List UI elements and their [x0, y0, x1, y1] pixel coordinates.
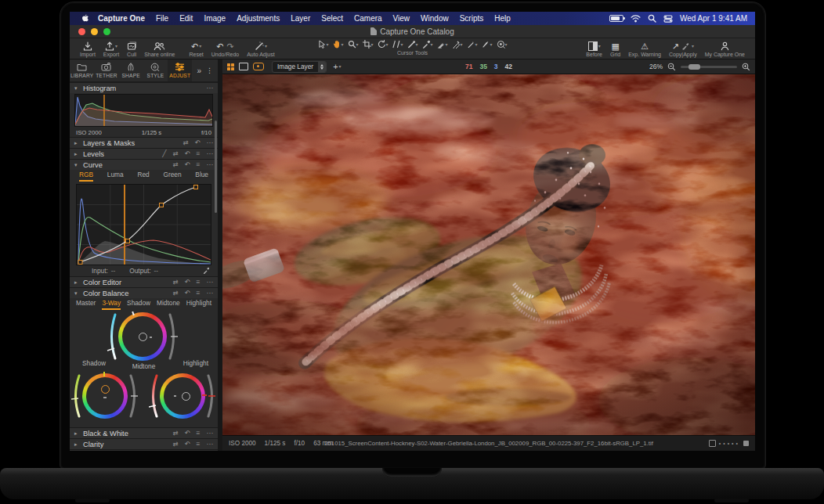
menu-bar-clock[interactable]: Wed Apr 1 9:41 AM — [680, 14, 747, 23]
dehaze-panel-header[interactable]: ▸ Dehaze ⇄ ↶ ⋯ — [70, 449, 218, 451]
zoom-slider[interactable] — [681, 66, 737, 68]
pick-icon[interactable]: ╱ — [162, 150, 166, 157]
more-icon[interactable]: ⋯ — [207, 161, 214, 168]
zoom-slider-thumb[interactable] — [688, 64, 700, 70]
rating-dots[interactable]: ••••• — [719, 441, 740, 446]
clarity-panel-header[interactable]: ▸ Clarity ⇄ ↶ ≡ ⋯ — [70, 438, 218, 449]
tab-adjust[interactable]: ADJUST — [168, 59, 192, 81]
copy-adjustments-icon[interactable]: ⇄ — [172, 279, 178, 286]
shadow-wheel[interactable] — [71, 373, 139, 419]
sidebar-scrollbar[interactable] — [215, 121, 217, 213]
collapse-chevron-icon[interactable]: ▾ — [74, 290, 80, 296]
color-balance-panel-header[interactable]: ▾ Color Balance ⇄ ↶ ≡ ⋯ — [70, 287, 218, 298]
tab-tether[interactable]: TETHER — [94, 59, 118, 81]
midtone-balance-indicator[interactable] — [139, 333, 147, 341]
cursor-tool-magic-brush[interactable]: ▾ — [495, 39, 509, 49]
exposure-warning-button[interactable]: ⚠ Exp. Warning — [624, 41, 665, 57]
cursor-tool-straighten[interactable]: ▾ — [390, 39, 404, 49]
copy-adjustments-icon[interactable]: ⇄ — [172, 441, 178, 448]
curve-eyedropper-icon[interactable] — [203, 267, 210, 275]
control-center-icon[interactable] — [663, 15, 673, 23]
layer-select[interactable]: Image Layer — [272, 61, 327, 73]
menu-adjustments[interactable]: Adjustments — [231, 14, 285, 23]
presets-icon[interactable]: ≡ — [197, 150, 201, 157]
menu-edit[interactable]: Edit — [174, 14, 198, 23]
curve-tab-luma[interactable]: Luma — [107, 171, 124, 182]
photo-canvas[interactable] — [222, 74, 755, 435]
histogram-graph[interactable] — [74, 94, 213, 127]
menu-scripts[interactable]: Scripts — [454, 14, 490, 23]
menu-camera[interactable]: Camera — [349, 14, 388, 23]
menu-select[interactable]: Select — [316, 14, 349, 23]
close-window-button[interactable] — [78, 28, 85, 35]
cb-tab-midtone[interactable]: Midtone — [157, 299, 180, 310]
presets-icon[interactable]: ≡ — [197, 290, 201, 297]
more-icon[interactable]: ⋯ — [207, 139, 214, 146]
copy-adjustments-icon[interactable]: ⇄ — [172, 161, 178, 168]
more-icon[interactable]: ⋯ — [207, 441, 214, 448]
grid-button[interactable]: ▦ Grid — [606, 41, 624, 57]
layers-masks-panel-header[interactable]: ▸ Layers & Masks ⇄ ↶ ⋯ — [70, 137, 218, 148]
battery-icon[interactable] — [609, 15, 623, 22]
cursor-tool-linear-gradient-mask[interactable]: ▾ — [465, 39, 479, 49]
tabs-menu-icon[interactable]: ⋮ — [206, 67, 213, 74]
midtone-saturation-arc[interactable] — [168, 311, 179, 362]
presets-icon[interactable]: ≡ — [197, 430, 201, 437]
apple-menu-icon[interactable] — [78, 13, 92, 23]
reset-icon[interactable]: ↶ — [184, 290, 190, 297]
menu-window[interactable]: Window — [415, 14, 454, 23]
wifi-icon[interactable] — [631, 15, 641, 23]
cursor-tool-crop[interactable]: ▾ — [360, 39, 374, 49]
primary-view-icon[interactable] — [239, 63, 248, 70]
cursor-tool-rotate[interactable]: ▾ — [375, 39, 389, 49]
shadow-saturation-arc[interactable] — [129, 373, 139, 419]
more-icon[interactable]: ⋯ — [207, 430, 214, 437]
export-button[interactable]: ▾ Export — [99, 41, 123, 57]
tab-style[interactable]: STYLE — [143, 59, 168, 81]
reset-icon[interactable]: ↶ — [184, 161, 190, 168]
cb-tab-highlight[interactable]: Highlight — [186, 299, 211, 310]
highlight-balance-indicator[interactable] — [182, 392, 190, 401]
cursor-tool-loupe[interactable]: ▾ — [345, 39, 360, 49]
cursor-tool-draw-mask[interactable]: ▾ — [435, 39, 450, 49]
highlight-wheel[interactable] — [149, 373, 216, 419]
cursor-tool-eyedropper[interactable]: ▾ — [421, 39, 435, 49]
curve-tab-rgb[interactable]: RGB — [79, 171, 93, 182]
cb-tab-shadow[interactable]: Shadow — [127, 299, 150, 310]
reset-icon[interactable]: ↶ — [194, 139, 200, 146]
layer-select-stepper[interactable] — [318, 62, 326, 72]
reset-icon[interactable]: ↶ — [184, 150, 190, 157]
spotlight-search-icon[interactable] — [648, 14, 656, 23]
multi-view-icon[interactable] — [227, 63, 234, 70]
more-icon[interactable]: ⋯ — [207, 290, 214, 297]
collapse-chevron-icon[interactable]: ▸ — [74, 279, 80, 285]
cursor-tool-pan[interactable]: ▾ — [331, 39, 345, 49]
presets-icon[interactable]: ≡ — [197, 279, 201, 286]
cb-tab-3way[interactable]: 3-Way — [102, 299, 121, 310]
shadow-balance-indicator[interactable] — [101, 385, 110, 394]
copy-adjustments-icon[interactable]: ⇄ — [183, 139, 188, 146]
more-icon[interactable]: ⋯ — [207, 85, 214, 92]
before-button[interactable]: ▾ Before — [582, 41, 606, 57]
my-capture-one-button[interactable]: My Capture One — [701, 41, 749, 57]
cursor-tool-select[interactable]: ▾ — [316, 39, 330, 49]
curve-tab-red[interactable]: Red — [137, 171, 149, 182]
curve-tab-blue[interactable]: Blue — [195, 171, 208, 182]
menu-file[interactable]: File — [150, 14, 174, 23]
zoom-out-icon[interactable] — [667, 63, 676, 71]
copy-adjustments-icon[interactable]: ⇄ — [172, 430, 178, 437]
share-online-button[interactable]: Share online — [140, 41, 179, 57]
presets-icon[interactable]: ≡ — [197, 441, 201, 448]
thumbnail-toggle-icon[interactable] — [709, 440, 716, 447]
import-button[interactable]: Import — [76, 41, 99, 57]
reset-icon[interactable]: ↶ — [184, 441, 190, 448]
collapse-chevron-icon[interactable]: ▸ — [74, 151, 80, 157]
curve-tab-green[interactable]: Green — [163, 171, 181, 182]
copy-adjustments-icon[interactable]: ⇄ — [172, 290, 178, 297]
color-editor-panel-header[interactable]: ▸ Color Editor ⇄ ↶ ≡ ⋯ — [70, 276, 218, 287]
menu-layer[interactable]: Layer — [285, 14, 316, 23]
presets-icon[interactable]: ≡ — [197, 161, 201, 168]
black-white-panel-header[interactable]: ▸ Black & White ⇄ ↶ ≡ ⋯ — [70, 427, 218, 438]
levels-panel-header[interactable]: ▸ Levels ╱ ⇄ ↶ ≡ ⋯ — [70, 148, 218, 159]
collapse-chevron-icon[interactable]: ▾ — [74, 85, 80, 91]
